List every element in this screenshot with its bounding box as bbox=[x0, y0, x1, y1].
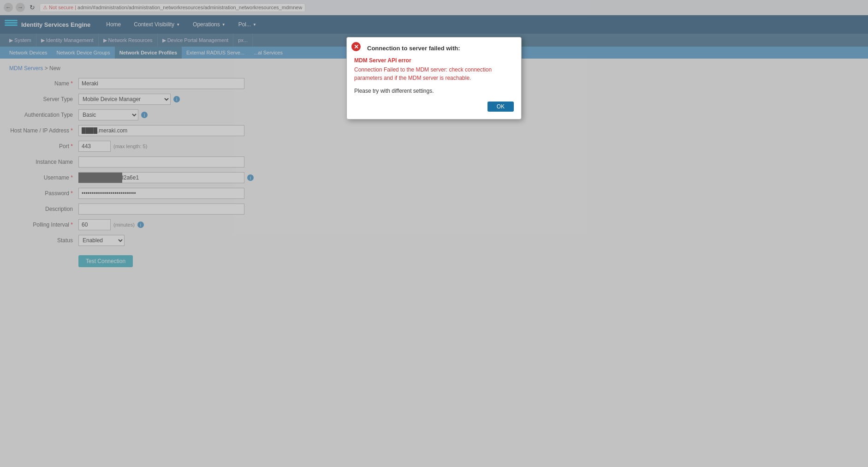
page-content: MDM Servers > New Name * Server Type Mob… bbox=[0, 59, 868, 289]
modal-title: Connection to server failed with: bbox=[367, 45, 514, 52]
modal-overlay: ✕ Connection to server failed with: MDM … bbox=[0, 0, 868, 289]
modal-error-body: Connection Failed to the MDM server: che… bbox=[354, 66, 514, 82]
modal-ok-button[interactable]: OK bbox=[488, 102, 514, 112]
modal-try-text: Please try with different settings. bbox=[354, 88, 514, 94]
modal-dialog: ✕ Connection to server failed with: MDM … bbox=[346, 37, 522, 120]
modal-footer: OK bbox=[354, 102, 514, 112]
modal-error-title: MDM Server API error bbox=[354, 57, 514, 64]
modal-close-button[interactable]: ✕ bbox=[351, 42, 361, 51]
